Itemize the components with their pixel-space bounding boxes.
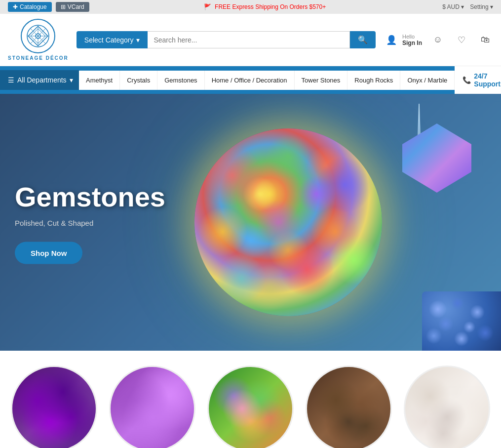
all-departments-button[interactable]: ☰ All Departments ▾ [0, 70, 79, 90]
nav-amethyst[interactable]: Amethyst [79, 71, 120, 90]
hamburger-icon: ☰ [8, 76, 14, 84]
nav-links: Amethyst Crystals Gemstones Home / Offic… [79, 71, 455, 90]
chevron-icon: ▾ [70, 76, 73, 84]
categories-section [0, 351, 501, 448]
wishlist-icon[interactable]: ♡ [454, 32, 469, 48]
nav-rough-rocks[interactable]: Rough Rocks [347, 71, 400, 90]
hero-banner: Gemstones Polished, Cut & Shaped Shop No… [0, 94, 501, 351]
category-item-2[interactable] [108, 366, 196, 448]
category-item-1[interactable] [10, 366, 98, 448]
logo-icon [26, 24, 50, 48]
category-circle-5 [404, 366, 490, 448]
top-bar: ✚ Catalogue ⊞ VCard 🚩 FREE Express Shipp… [0, 0, 501, 14]
gem-inner [194, 128, 382, 316]
nav-onyx-marble[interactable]: Onyx / Marble [400, 71, 455, 90]
vcard-icon: ⊞ [61, 3, 66, 10]
account-area[interactable]: 👤 Hello Sign In [384, 32, 422, 48]
search-area: Select Category ▾ 🔍 [77, 31, 376, 48]
logo-circle [21, 19, 55, 53]
nav-gemstones[interactable]: Gemstones [157, 71, 204, 90]
hero-content: Gemstones Polished, Cut & Shaped Shop No… [15, 181, 165, 264]
catalogue-icon: ✚ [13, 3, 18, 10]
cart-icon[interactable]: 🛍 [477, 32, 493, 48]
crystal-hexagon [402, 123, 471, 193]
category-item-5[interactable] [403, 366, 491, 448]
nav-tower-stones[interactable]: Tower Stones [295, 71, 348, 90]
hero-gem-ball [194, 128, 382, 316]
top-bar-right: $ AUD ▾ Setting ▾ [442, 3, 493, 10]
setting-selector[interactable]: Setting ▾ [470, 3, 493, 10]
category-select-button[interactable]: Select Category ▾ [77, 31, 148, 48]
main-nav: ☰ All Departments ▾ Amethyst Crystals Ge… [0, 66, 501, 94]
hero-beads [422, 291, 501, 351]
header-icons: 👤 Hello Sign In ☺ ♡ 🛍 [384, 32, 493, 48]
support-area[interactable]: 📞 24/7 Support [455, 66, 501, 94]
shop-now-button[interactable]: Shop Now [15, 242, 82, 264]
search-button[interactable]: 🔍 [350, 31, 376, 48]
shipping-notice: 🚩 FREE Express Shipping On Orders $570+ [204, 3, 328, 10]
category-circle-3 [207, 366, 294, 448]
categories-row [10, 366, 491, 448]
vcard-button[interactable]: ⊞ VCard [56, 2, 89, 12]
category-circle-4 [306, 366, 392, 448]
hero-crystal [392, 104, 471, 212]
hero-subtitle: Polished, Cut & Shaped [15, 219, 165, 227]
category-item-3[interactable] [206, 366, 295, 448]
chevron-down-icon: ▾ [136, 36, 140, 44]
flag-icon: 🚩 [204, 3, 211, 10]
logo-area[interactable]: STONEAGE DÉCOR [8, 19, 69, 61]
top-bar-left: ✚ Catalogue ⊞ VCard [8, 2, 89, 12]
header: STONEAGE DÉCOR Select Category ▾ 🔍 👤 Hel… [0, 14, 501, 66]
logo-brand-text: STONEAGE DÉCOR [8, 55, 69, 61]
search-input[interactable] [148, 31, 350, 48]
category-circle-1 [11, 366, 97, 448]
smiley-icon[interactable]: ☺ [430, 32, 446, 48]
catalogue-button[interactable]: ✚ Catalogue [8, 2, 52, 12]
search-icon: 🔍 [358, 36, 368, 44]
nav-home-office[interactable]: Home / Office / Decoration [205, 71, 295, 90]
currency-selector[interactable]: $ AUD ▾ [442, 3, 464, 10]
account-icon: 👤 [384, 32, 399, 48]
category-item-4[interactable] [305, 366, 393, 448]
phone-icon: 📞 [462, 76, 471, 84]
category-circle-2 [109, 366, 195, 448]
hero-title: Gemstones [15, 181, 165, 213]
nav-crystals[interactable]: Crystals [120, 71, 157, 90]
